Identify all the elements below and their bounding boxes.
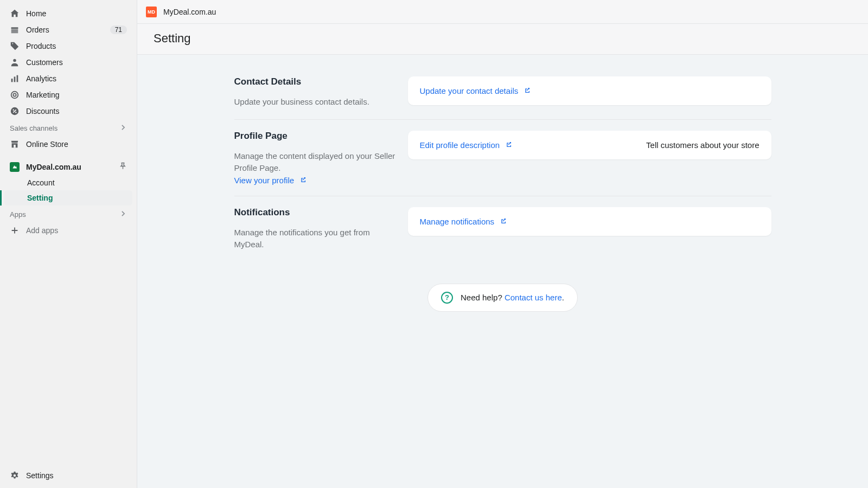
nav-customers-label: Customers [26, 58, 63, 67]
sales-channels-label: Sales channels [10, 124, 58, 132]
nav-orders-label: Orders [26, 25, 49, 34]
profile-pitch: Tell customers about your store [646, 140, 759, 150]
content: Contact Details Update your business con… [137, 55, 868, 488]
help-tail: . [562, 293, 564, 302]
subnav-setting[interactable]: Setting [4, 190, 132, 206]
nav-online-store-label: Online Store [26, 140, 68, 149]
contact-desc: Update your business contact details. [234, 96, 397, 108]
topbar: MD MyDeal.com.au [137, 0, 868, 24]
manage-notifications-link[interactable]: Manage notifications [420, 217, 507, 226]
svg-point-5 [13, 93, 16, 96]
subnav-account[interactable]: Account [4, 175, 132, 190]
subnav-setting-label: Setting [27, 194, 53, 202]
update-contact-link-label: Update your contact details [420, 86, 519, 95]
customer-icon [10, 57, 20, 67]
nav-settings-label: Settings [26, 471, 54, 480]
sidebar: Home Orders 71 Products Customers [0, 0, 137, 488]
profile-desc: Manage the content displayed on your Sel… [234, 150, 397, 175]
apps-label: Apps [10, 210, 26, 219]
nav-mydeal-app[interactable]: MyDeal.com.au [4, 159, 132, 175]
nav-marketing-label: Marketing [26, 91, 59, 99]
analytics-icon [10, 74, 20, 84]
help-text: Need help? Contact us here. [461, 293, 564, 302]
nav-online-store[interactable]: Online Store [4, 136, 132, 152]
profile-heading: Profile Page [234, 131, 397, 142]
external-link-icon [524, 86, 531, 95]
primary-nav: Home Orders 71 Products Customers [0, 5, 137, 119]
mydeal-app-icon [10, 162, 20, 172]
chevron-right-icon[interactable] [119, 210, 127, 219]
view-profile-link[interactable]: View your profile [234, 176, 307, 185]
contact-card: Update your contact details [408, 76, 771, 105]
view-profile-link-label: View your profile [234, 176, 295, 185]
apps-header: Apps [0, 206, 137, 222]
nav-home[interactable]: Home [4, 5, 132, 22]
discounts-icon [10, 106, 20, 116]
section-profile-page: Profile Page Manage the content displaye… [234, 119, 771, 196]
edit-profile-link[interactable]: Edit profile description [420, 140, 513, 150]
svg-point-7 [13, 110, 14, 111]
external-link-icon [505, 140, 512, 150]
nav-home-label: Home [26, 9, 46, 18]
notifications-card: Manage notifications [408, 207, 771, 236]
svg-point-8 [15, 112, 16, 113]
orders-badge: 71 [110, 25, 127, 34]
edit-profile-link-label: Edit profile description [420, 140, 500, 150]
nav-orders[interactable]: Orders 71 [4, 22, 132, 38]
help-icon: ? [441, 292, 453, 304]
contact-heading: Contact Details [234, 76, 397, 87]
external-link-icon [500, 217, 507, 226]
marketing-icon [10, 90, 20, 100]
home-icon [10, 9, 20, 18]
external-link-icon [299, 176, 307, 185]
notifications-heading: Notifications [234, 207, 397, 218]
orders-icon [10, 25, 20, 35]
topbar-title: MyDeal.com.au [163, 8, 216, 16]
nav-discounts[interactable]: Discounts [4, 103, 132, 119]
svg-point-0 [13, 59, 16, 62]
nav-discounts-label: Discounts [26, 107, 59, 115]
nav-settings[interactable]: Settings [4, 467, 132, 484]
nav-marketing[interactable]: Marketing [4, 87, 132, 103]
section-contact-details: Contact Details Update your business con… [234, 66, 771, 119]
manage-notifications-link-label: Manage notifications [420, 217, 495, 226]
svg-rect-1 [11, 79, 13, 82]
update-contact-link[interactable]: Update your contact details [420, 86, 531, 95]
svg-rect-2 [14, 76, 16, 82]
help-pill: ? Need help? Contact us here. [427, 284, 578, 312]
nav-customers[interactable]: Customers [4, 54, 132, 70]
profile-card: Edit profile description Tell customers … [408, 131, 771, 159]
mydeal-logo-icon: MD [146, 7, 157, 17]
nav-products-label: Products [26, 42, 56, 50]
sales-channels-header: Sales channels [0, 119, 137, 136]
svg-rect-9 [14, 145, 16, 147]
nav-products[interactable]: Products [4, 38, 132, 54]
store-icon [10, 139, 20, 149]
pin-icon[interactable] [119, 162, 127, 172]
plus-icon [10, 226, 20, 235]
contact-us-link[interactable]: Contact us here [505, 293, 562, 302]
svg-point-4 [11, 92, 18, 99]
notifications-desc: Manage the notifications you get from My… [234, 227, 397, 251]
nav-add-apps[interactable]: Add apps [4, 222, 132, 239]
subnav-account-label: Account [27, 178, 55, 187]
nav-mydeal-label: MyDeal.com.au [26, 163, 81, 171]
section-notifications: Notifications Manage the notifications y… [234, 196, 771, 262]
main-area: MD MyDeal.com.au Setting Contact Details… [137, 0, 868, 488]
page-title: Setting [154, 31, 852, 46]
nav-add-apps-label: Add apps [26, 226, 58, 235]
help-prompt: Need help? [461, 293, 505, 302]
chevron-right-icon[interactable] [119, 124, 127, 133]
gear-icon [10, 471, 20, 480]
page-title-row: Setting [137, 24, 868, 55]
nav-analytics[interactable]: Analytics [4, 70, 132, 87]
tag-icon [10, 41, 20, 51]
nav-analytics-label: Analytics [26, 74, 56, 83]
svg-rect-3 [17, 75, 18, 82]
